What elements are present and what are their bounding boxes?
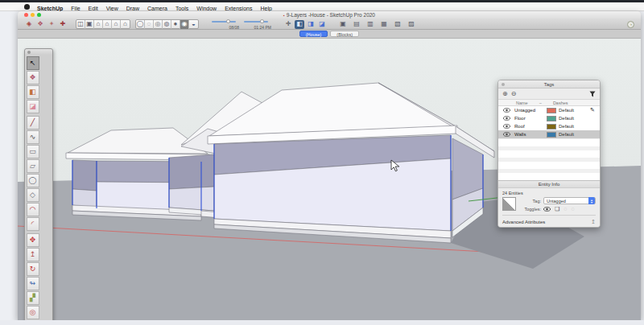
window-title: ▪9-Layers -House - SketchUp Pro 2020 [18, 11, 641, 19]
tag-visibility-eye-icon[interactable] [498, 116, 514, 121]
line-tool[interactable]: ╱ [27, 116, 39, 130]
shaded-style-icon[interactable]: ● [171, 20, 180, 29]
tag-dashes-value[interactable]: Default [559, 124, 590, 129]
apple-menu-icon[interactable] [24, 4, 30, 10]
subtract-icon[interactable]: ▦ [379, 20, 389, 29]
display-section-fill-icon[interactable]: ◪ [317, 20, 327, 29]
polygon-tool[interactable]: ◇ [27, 188, 39, 202]
shadow-date-slider[interactable]: 08/08 [212, 21, 236, 23]
palette-close-icon[interactable] [27, 51, 31, 54]
display-section-cuts-icon[interactable]: ◨ [306, 20, 316, 29]
tag-dashes-value[interactable]: Default [559, 108, 590, 113]
entity-info-header[interactable]: Entity Info [498, 180, 600, 188]
shaded-textures-style-icon[interactable]: ◉ [180, 20, 189, 29]
scene-tab-blocks[interactable]: (Blocks) [330, 31, 359, 37]
rotated-rectangle-tool[interactable]: ▱ [27, 159, 39, 173]
lock-toggle-icon[interactable]: ❏ [555, 206, 559, 212]
freehand-tool[interactable]: ∿ [27, 130, 39, 144]
rectangle-tool[interactable]: ▭ [27, 145, 39, 158]
model-viewport[interactable]: ↖❖◧◪╱∿▭▱◯◇◠◜✥↥↻↬▞◎≋↔◔A✛T⟳✚◉◈↶↷ Tags ⊕ ⊖ … [18, 39, 641, 320]
xray-style-icon[interactable]: ◯ [136, 20, 145, 29]
wireframe-style-icon[interactable]: ◎ [154, 20, 163, 29]
tag-dashes-value[interactable]: Default [559, 116, 590, 121]
tags-panel-title: Tags [544, 82, 555, 87]
hidden-line-style-icon[interactable]: ◍ [163, 20, 171, 29]
union-icon[interactable]: ▥ [365, 20, 375, 29]
follow-me-tool[interactable]: ↬ [27, 277, 39, 290]
view-back-icon[interactable]: ⌂ [112, 20, 121, 29]
circle-tool[interactable]: ◯ [27, 174, 39, 187]
tag-row-untagged[interactable]: UntaggedDefault✎ [498, 106, 600, 114]
back-edges-style-icon[interactable]: ◌ [145, 20, 154, 29]
offset-tool[interactable]: ◎ [27, 306, 39, 319]
components-icon[interactable]: ✚ [58, 20, 68, 29]
section-plane-icon[interactable]: ✛ [283, 20, 293, 29]
push-pull-tool[interactable]: ↥ [27, 248, 39, 261]
add-tag-button[interactable]: ⊕ [502, 91, 508, 97]
intersect-icon[interactable]: ▤ [352, 20, 361, 29]
view-top-icon[interactable]: ▣ [85, 20, 94, 29]
dashes-column-header[interactable]: Dashes [553, 101, 568, 105]
materials-icon[interactable]: ✦ [47, 20, 56, 29]
tag-color-swatch[interactable] [547, 116, 556, 121]
toolbar-overflow-icon[interactable]: ◔ [627, 21, 634, 28]
expand-section-icon[interactable]: ↥ [591, 219, 596, 225]
trim-icon[interactable]: ▧ [393, 20, 402, 29]
view-iso-icon[interactable]: ◫ [76, 20, 85, 29]
section-tools-group: ✛◧◨◪ [283, 19, 327, 29]
macos-menu-bar: SketchUpFileEditViewDrawCameraToolsWindo… [0, 2, 644, 11]
rotate-tool[interactable]: ↻ [27, 262, 39, 276]
edit-pencil-icon[interactable]: ✎ [590, 107, 600, 113]
monochrome-style-icon[interactable]: ◒ [189, 20, 198, 29]
tag-row-walls[interactable]: WallsDefault [498, 130, 600, 138]
window-title-bar[interactable]: ▪9-Layers -House - SketchUp Pro 2020 [18, 11, 641, 19]
tag-visibility-eye-icon[interactable] [498, 132, 514, 137]
styles-icon[interactable]: ❖ [35, 20, 45, 29]
select-tool[interactable]: ↖ [27, 56, 39, 70]
tag-visibility-eye-icon[interactable] [498, 108, 514, 113]
close-window-button[interactable] [24, 13, 28, 17]
minimize-window-button[interactable] [31, 13, 35, 17]
view-left-icon[interactable]: ⌂ [121, 20, 130, 29]
zoom-window-button[interactable] [37, 13, 41, 17]
tag-color-swatch[interactable] [547, 132, 556, 138]
paint-bucket-tool[interactable]: ◧ [27, 85, 39, 99]
cast-shadows-toggle-icon[interactable]: ◌ [564, 206, 567, 212]
display-section-planes-icon[interactable]: ◧ [295, 20, 304, 29]
scale-tool[interactable]: ▞ [27, 291, 39, 305]
receive-shadows-toggle-icon[interactable]: ◌ [571, 206, 574, 212]
middle-wall-upper [169, 154, 214, 189]
advanced-attributes-row[interactable]: Advanced Attributes ↥ [502, 215, 596, 225]
tag-dropdown[interactable]: Untagged ▴▾ [543, 197, 596, 204]
tag-row-floor[interactable]: FloorDefault [498, 114, 600, 122]
tag-details-icon[interactable] [589, 91, 596, 97]
tags-panel-close-icon[interactable] [502, 83, 505, 86]
tag-color-swatch[interactable] [547, 124, 556, 130]
shadow-date-knob[interactable] [226, 19, 230, 23]
outer-shell-icon[interactable]: ▣ [338, 20, 348, 29]
visibility-toggle-icon[interactable] [543, 207, 551, 212]
tag-dashes-value[interactable]: Default [559, 132, 590, 137]
view-right-icon[interactable]: ⌂ [103, 20, 112, 29]
split-icon[interactable]: ▨ [407, 20, 416, 29]
tags-panel-title-bar[interactable]: Tags [498, 80, 600, 88]
make-component-tool[interactable]: ❖ [27, 71, 39, 84]
arc-tool[interactable]: ◠ [27, 203, 39, 216]
shadow-time-slider[interactable]: 01:24 PM [244, 21, 268, 23]
eraser-tool[interactable]: ◪ [27, 100, 39, 113]
two-point-arc-tool[interactable]: ◜ [27, 217, 39, 231]
tag-visibility-eye-icon[interactable] [498, 124, 514, 129]
shadow-time-knob[interactable] [260, 19, 264, 23]
tags-column-headers[interactable]: Name ~ Dashes [498, 99, 600, 106]
model-info-icon[interactable]: ◈ [24, 20, 34, 29]
name-column-header[interactable]: Name [516, 101, 528, 105]
view-front-icon[interactable]: ⌂ [94, 20, 103, 29]
move-tool[interactable]: ✥ [27, 233, 39, 247]
palette-title-bar[interactable] [25, 49, 52, 55]
dropdown-stepper-icon[interactable]: ▴▾ [588, 197, 595, 204]
tag-row-roof[interactable]: RoofDefault [498, 122, 600, 130]
remove-tag-button[interactable]: ⊖ [511, 91, 517, 97]
solid-tools-group: ▣▤▥▦▧▨ [338, 19, 416, 29]
scene-tab-house[interactable]: (House) [299, 31, 328, 37]
tag-color-swatch[interactable] [547, 108, 556, 113]
